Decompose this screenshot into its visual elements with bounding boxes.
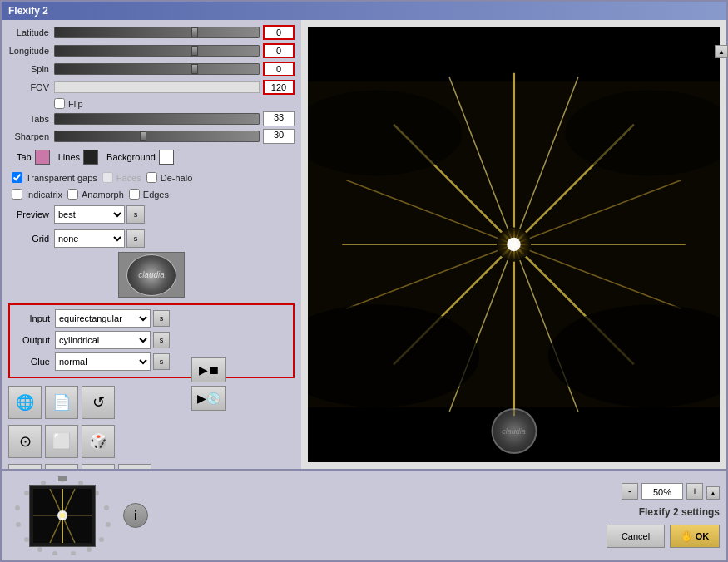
- zoom-minus-btn[interactable]: -: [622, 483, 638, 500]
- ring-btn[interactable]: ⊙: [8, 425, 42, 458]
- bottom-tools-row2: ⊙ ⬜ 🎲: [8, 423, 295, 460]
- transparent-gaps-checkbox[interactable]: [12, 172, 22, 183]
- spin-input[interactable]: [263, 62, 295, 76]
- fov-input[interactable]: [263, 80, 295, 95]
- edges-checkbox[interactable]: [129, 189, 140, 200]
- right-bottom-section: - 50% + ▲ Flexify 2 settings Cancel 🖐 OK: [155, 483, 720, 548]
- de-halo-checkbox[interactable]: [146, 172, 157, 183]
- longitude-row: Longitude: [8, 43, 295, 58]
- play-disc-btn[interactable]: ▶💿: [191, 386, 226, 411]
- grid-row: Grid none lines dots s: [8, 229, 295, 248]
- faces-label[interactable]: Faces: [102, 172, 141, 183]
- lines-color-label: Lines: [58, 152, 80, 162]
- bottom-tools-row3: 🐛 ✛ 📦 💎: [8, 462, 295, 469]
- output-s-btn[interactable]: s: [153, 332, 170, 348]
- anamorph-label[interactable]: Anamorph: [67, 189, 124, 200]
- sharpen-row: Sharpen 30: [8, 129, 295, 144]
- info-btn[interactable]: i: [123, 503, 148, 528]
- tabs-value: 33: [263, 111, 295, 126]
- anamorph-checkbox[interactable]: [67, 189, 78, 200]
- svg-point-36: [15, 505, 20, 510]
- svg-point-35: [16, 522, 21, 527]
- right-panel: claudia: [301, 20, 726, 469]
- output-row: Output cylindrical equirectangular s: [13, 330, 290, 350]
- square-btn[interactable]: ⬜: [45, 425, 78, 458]
- svg-point-28: [106, 522, 111, 527]
- background-color-box[interactable]: [159, 150, 174, 165]
- bottom-bar: i - 50% + ▲ Flexify 2 settings Cancel 🖐 …: [2, 469, 726, 560]
- spin-label: Spin: [8, 64, 54, 74]
- cancel-button[interactable]: Cancel: [607, 525, 665, 548]
- globe-btn[interactable]: 🌐: [8, 386, 42, 419]
- output-label: Output: [13, 335, 55, 345]
- glue-select[interactable]: normal overlay: [55, 352, 151, 371]
- flip-label: Flip: [68, 99, 83, 109]
- flip-row: Flip: [8, 98, 295, 109]
- latitude-row: Latitude: [8, 25, 295, 40]
- flip-checkbox-label[interactable]: Flip: [54, 98, 83, 109]
- latitude-slider[interactable]: [54, 27, 260, 38]
- flip-checkbox[interactable]: [54, 98, 65, 109]
- svg-point-30: [87, 547, 92, 552]
- zoom-row: - 50% + ▲: [622, 483, 720, 500]
- sharpen-value: 30: [263, 129, 295, 144]
- sharpen-label: Sharpen: [8, 131, 54, 141]
- de-halo-label[interactable]: De-halo: [146, 172, 193, 183]
- left-panel: Latitude Longitude Spin: [2, 20, 301, 469]
- tabs-row: Tabs 33: [8, 111, 295, 126]
- preview-s-btn[interactable]: s: [126, 205, 145, 224]
- main-window: Flexify 2 Latitude Longitude: [0, 0, 728, 562]
- play-stop-btn[interactable]: ▶⏹: [191, 357, 226, 382]
- preview-canvas: claudia: [308, 27, 720, 462]
- lines-color-box[interactable]: [83, 150, 98, 165]
- tab-color-label: Tab: [17, 152, 32, 162]
- svg-rect-39: [58, 476, 67, 481]
- fov-label: FOV: [8, 82, 54, 92]
- preview-select[interactable]: best fast draft: [54, 205, 125, 224]
- thumbnail-container: [8, 476, 116, 555]
- fov-slider[interactable]: [54, 81, 260, 93]
- thumbnail-image[interactable]: [29, 485, 96, 547]
- input-s-btn[interactable]: s: [153, 310, 170, 327]
- tabs-slider[interactable]: [54, 113, 260, 125]
- ok-label: OK: [696, 531, 710, 541]
- preview-label: Preview: [8, 210, 54, 219]
- settings-label: Flexify 2 settings: [639, 506, 720, 518]
- longitude-slider[interactable]: [54, 45, 260, 57]
- tab-color-item: Tab: [17, 150, 50, 165]
- spin-row: Spin: [8, 62, 295, 76]
- edges-label[interactable]: Edges: [129, 189, 169, 200]
- grid-select[interactable]: none lines dots: [54, 229, 125, 248]
- faces-checkbox: [102, 172, 113, 183]
- sharpen-slider[interactable]: [54, 131, 260, 142]
- fov-row: FOV: [8, 80, 295, 95]
- ok-button[interactable]: 🖐 OK: [670, 525, 720, 548]
- media-buttons: ▶⏹ ▶💿: [191, 357, 226, 411]
- glue-s-btn[interactable]: s: [153, 353, 170, 370]
- scroll-up-btn[interactable]: ▲: [715, 45, 726, 58]
- dice-btn[interactable]: 🎲: [82, 425, 115, 458]
- scroll-right-btn[interactable]: ▲: [706, 486, 720, 500]
- glue-row: Glue normal overlay s: [13, 352, 290, 372]
- undo-btn[interactable]: ↺: [82, 386, 115, 419]
- longitude-label: Longitude: [8, 46, 54, 56]
- copy-btn[interactable]: 📄: [45, 386, 78, 419]
- claudia-watermark: claudia: [491, 408, 537, 454]
- latitude-label: Latitude: [8, 27, 54, 37]
- indicatrix-label[interactable]: Indicatrix: [12, 189, 62, 200]
- checkboxes-row1: Transparent gaps Faces De-halo: [8, 170, 295, 185]
- zoom-plus-btn[interactable]: +: [686, 483, 703, 500]
- longitude-input[interactable]: [263, 43, 295, 58]
- spin-slider[interactable]: [54, 63, 260, 75]
- window-title: Flexify 2: [8, 5, 48, 17]
- io-section: Input equirectangular cylindrical s Outp…: [8, 303, 295, 378]
- color-row: Tab Lines Background: [8, 146, 295, 168]
- grid-s-btn[interactable]: s: [126, 229, 145, 248]
- transparent-gaps-label[interactable]: Transparent gaps: [12, 172, 97, 183]
- indicatrix-checkbox[interactable]: [12, 189, 22, 200]
- input-select[interactable]: equirectangular cylindrical: [55, 309, 151, 328]
- preview-svg: [308, 27, 720, 462]
- tab-color-box[interactable]: [35, 150, 50, 165]
- output-select[interactable]: cylindrical equirectangular: [55, 331, 151, 349]
- latitude-input[interactable]: [263, 25, 295, 40]
